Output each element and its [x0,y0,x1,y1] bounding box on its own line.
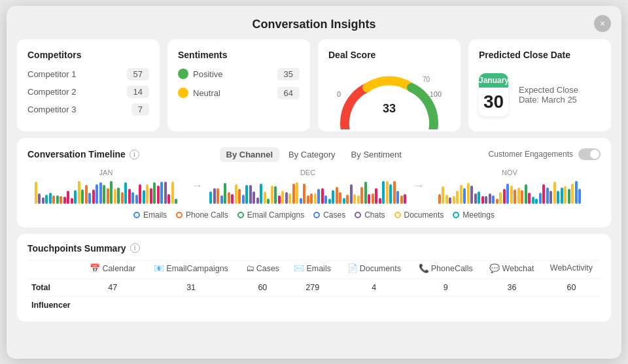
month-dec-label: DEC [300,169,315,176]
timeline-bar [339,192,341,204]
touchpoints-header: Touchpoints Summary i [27,243,601,254]
timeline-bar [474,193,477,204]
timeline-bar [557,191,559,204]
arrow-1: → [191,179,203,193]
sentiment-neutral-row: Neutral 64 [178,87,300,99]
row-total-phone-calls: 9 [410,278,481,296]
row-total-email-campaigns: 31 [144,278,239,296]
customer-engagements-toggle[interactable] [578,148,601,160]
competitor-2-badge: 14 [127,86,149,98]
close-button[interactable]: × [594,15,611,32]
timeline-bar [442,186,444,204]
month-jan: JAN [27,169,184,204]
timeline-bar [45,195,48,204]
timeline-chart: JAN → DEC → NOV [27,169,601,204]
modal-title: Conversation Insights [252,18,375,31]
timeline-bar [404,194,406,204]
timeline-bar [300,198,302,204]
timeline-bar [481,196,484,204]
competitor-1-badge: 57 [127,68,149,80]
timeline-bar [546,188,549,204]
th-cases: 🗂Cases [239,260,287,278]
cal-day: 30 [479,88,508,116]
sentiments-title: Sentiments [178,50,300,60]
timeline-bar [456,191,459,204]
timeline-bar [264,191,266,204]
timeline-bars-jan [35,179,178,204]
timeline-bar [228,192,230,204]
timeline-bar [489,193,491,204]
timeline-bar [321,188,324,204]
legend-documents: Documents [394,210,444,220]
th-calendar: 📅Calendar [82,260,144,278]
row-total-webchat: 36 [481,278,542,296]
positive-badge: 35 [277,68,300,80]
timeline-bar [274,186,277,204]
timeline-bar [575,181,578,204]
timeline-bar [171,182,174,204]
timeline-bar [532,197,534,204]
tab-by-category[interactable]: By Category [282,147,342,162]
timeline-bar [92,190,95,204]
timeline-bar [88,193,91,204]
timeline-bar [463,188,466,204]
timeline-bar [281,191,284,204]
sentiment-neutral-label: Neutral [178,88,220,98]
row-total-documents: 4 [338,278,410,296]
legend-phone-calls: Phone Calls [176,210,228,220]
timeline-bar [449,197,451,204]
timeline-bar [550,191,552,204]
timeline-bar [245,185,248,204]
timeline-bar [453,196,455,204]
tab-by-sentiment[interactable]: By Sentiment [345,147,408,162]
timeline-bar [220,195,223,204]
timeline-bar [217,188,219,204]
timeline-bar [35,182,37,204]
timeline-bar [379,198,381,204]
timeline-bar [139,184,141,204]
toggle-label: Customer Engagements [489,150,573,159]
timeline-bar [571,184,574,204]
tab-by-channel[interactable]: By Channel [220,147,280,162]
timeline-bar [85,185,88,204]
timeline-bar [553,182,556,204]
timeline-bar [389,184,392,204]
timeline-bar [74,190,77,204]
timeline-bar [485,196,487,204]
timeline-bar [310,193,313,204]
touchpoints-table: 📅Calendar 📧EmailCampaigns 🗂Cases ✉️Email… [27,260,601,314]
timeline-bar [143,190,145,204]
month-dec: DEC [209,169,406,204]
timeline-bar [288,193,291,204]
documents-legend-dot [394,212,401,218]
deal-score-title: Deal Score [328,50,450,60]
timeline-bar [564,186,567,204]
row-influencer-email-campaigns [144,296,239,314]
phone-calls-legend-dot [176,212,183,218]
row-total-label: Total [27,278,82,296]
row-influencer-emails [287,296,338,314]
timeline-bar [146,184,148,204]
predicted-close-card: Predicted Close Date January 30 Expected… [468,39,611,131]
timeline-bar [253,191,255,204]
timeline-bar [438,194,441,204]
timeline-info-icon: i [130,150,139,159]
neutral-badge: 64 [277,87,300,99]
timeline-tabs[interactable]: By Channel By Category By Sentiment [220,147,408,162]
modal-header: Conversation Insights × [7,6,621,39]
legend-email-campaigns: Email Campigns [237,210,304,220]
timeline-bar [164,182,167,204]
gauge-70-label: 70 [423,76,430,83]
timeline-bar [445,195,448,204]
timeline-bar [372,193,374,204]
timeline-bar [470,186,473,204]
competitor-row-1: Competitor 1 57 [27,68,149,80]
timeline-bar [49,193,52,204]
timeline-bar [521,190,523,204]
timeline-bar [103,185,105,204]
timeline-bar [124,182,127,204]
positive-dot-icon [178,69,188,79]
row-influencer-phone-calls [410,296,481,314]
row-influencer-webchat [481,296,542,314]
table-row: Influencer [27,296,601,314]
